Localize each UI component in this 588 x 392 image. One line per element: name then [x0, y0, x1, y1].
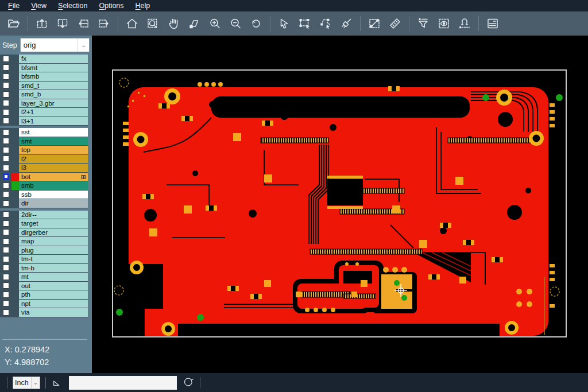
layer-visibility-checkbox[interactable] [3, 200, 9, 207]
layer-color-swatch[interactable] [11, 72, 19, 81]
pcb-canvas[interactable] [92, 36, 588, 373]
layer-visibility-checkbox[interactable] [3, 220, 9, 227]
layer-color-swatch[interactable] [11, 228, 19, 237]
layer-color-swatch[interactable] [11, 308, 19, 317]
matrix-grid-icon[interactable]: ⊞ [81, 173, 86, 181]
layer-color-swatch[interactable] [11, 55, 19, 63]
layer-visibility-checkbox[interactable] [3, 238, 9, 244]
layer-visibility-checkbox[interactable] [3, 82, 9, 88]
select-rectangle-button[interactable] [295, 14, 315, 33]
layer-color-swatch[interactable] [11, 300, 19, 308]
layer-color-swatch[interactable] [11, 99, 19, 108]
layer-color-swatch[interactable] [11, 117, 19, 126]
move-down-button[interactable] [52, 14, 73, 33]
filter-button[interactable] [413, 14, 434, 33]
layer-color-swatch[interactable] [11, 181, 19, 190]
refresh-icon[interactable] [182, 375, 195, 390]
move-left-button[interactable] [73, 14, 94, 33]
layer-visibility-checkbox[interactable] [3, 64, 9, 71]
zoom-previous-button[interactable] [246, 14, 266, 33]
layer-color-swatch[interactable] [11, 64, 19, 72]
zoom-polygon-button[interactable] [184, 14, 204, 33]
layer-color-swatch[interactable] [11, 155, 19, 164]
layer-name[interactable]: tm-t [19, 255, 88, 263]
layer-name[interactable]: ssb [19, 191, 88, 199]
layer-name[interactable]: bot⊞ [19, 173, 88, 181]
layer-visibility-checkbox[interactable] [3, 274, 9, 280]
layer-color-swatch[interactable] [11, 81, 19, 90]
layer-color-swatch[interactable] [11, 219, 19, 228]
layer-color-swatch[interactable] [11, 146, 19, 154]
layer-visibility-checkbox[interactable] [3, 256, 9, 262]
step-select[interactable]: orig ⌄ [20, 38, 90, 52]
layer-name[interactable]: smd_b [19, 90, 88, 99]
layer-color-swatch[interactable] [11, 173, 19, 181]
layer-name[interactable]: l2+1 [19, 108, 88, 117]
layer-visibility-checkbox[interactable] [3, 109, 9, 115]
layer-visibility-checkbox[interactable] [3, 191, 9, 197]
menu-item[interactable]: Options [93, 1, 129, 11]
snap-button[interactable] [454, 14, 475, 33]
layer-color-swatch[interactable] [11, 128, 19, 137]
layer-name[interactable]: fx [19, 55, 88, 63]
layer-visibility-checkbox[interactable] [3, 118, 9, 124]
layer-color-swatch[interactable] [11, 237, 19, 246]
layer-visibility-checkbox[interactable] [3, 265, 9, 271]
layer-color-swatch[interactable] [11, 137, 19, 146]
layer-color-swatch[interactable] [11, 255, 19, 263]
move-up-button[interactable] [32, 14, 52, 33]
layer-name[interactable]: target [19, 219, 88, 228]
layer-name[interactable]: 2dir-- [19, 211, 88, 219]
layer-name[interactable]: bfsmb [19, 72, 88, 81]
corner-measure-icon[interactable] [51, 375, 64, 390]
layer-color-swatch[interactable] [11, 246, 19, 255]
unit-select[interactable]: Inch ⌄ [13, 377, 40, 389]
layer-color-swatch[interactable] [11, 290, 19, 299]
measure-diagonal-button[interactable] [364, 14, 385, 33]
layer-name[interactable]: smb [19, 181, 88, 190]
move-right-button[interactable] [94, 14, 114, 33]
menu-item[interactable]: Help [130, 1, 156, 11]
layer-visibility-checkbox[interactable] [3, 73, 9, 80]
layer-name[interactable]: sst [19, 128, 88, 137]
layer-color-swatch[interactable] [11, 90, 19, 99]
layer-visibility-checkbox[interactable] [3, 156, 9, 162]
layer-color-swatch[interactable] [11, 199, 19, 208]
layer-visibility-checkbox[interactable] [3, 56, 9, 62]
layer-color-swatch[interactable] [11, 191, 19, 199]
layer-color-swatch[interactable] [11, 211, 19, 219]
layer-name[interactable]: layer_3.gbr [19, 99, 88, 108]
layer-name[interactable]: mt [19, 273, 88, 281]
select-button[interactable] [274, 14, 295, 33]
layer-name[interactable]: npt [19, 300, 88, 308]
layer-visibility-checkbox[interactable] [3, 309, 9, 316]
home-view-button[interactable] [122, 14, 142, 33]
layer-visibility-checkbox[interactable] [3, 300, 9, 306]
layer-visibility-checkbox[interactable] [3, 282, 9, 289]
layer-color-swatch[interactable] [11, 264, 19, 273]
menu-item[interactable]: Selection [52, 1, 93, 11]
layer-name[interactable]: l3 [19, 164, 88, 172]
layer-visibility-checkbox[interactable] [3, 138, 9, 144]
layer-name[interactable]: dirgerber [19, 228, 88, 237]
layer-visibility-checkbox[interactable] [3, 165, 9, 171]
report-button[interactable] [482, 14, 503, 33]
layer-visibility-checkbox[interactable] [3, 129, 9, 135]
layer-name[interactable]: bfsmt [19, 64, 88, 72]
layer-visibility-checkbox[interactable] [3, 292, 9, 298]
layer-name[interactable]: l2 [19, 155, 88, 164]
layer-visibility-checkbox[interactable] [3, 247, 9, 253]
command-input[interactable] [69, 376, 177, 390]
layer-name[interactable]: smd_t [19, 81, 88, 90]
layer-visibility-checkbox[interactable] [3, 183, 9, 189]
layer-visibility-checkbox[interactable] [3, 100, 9, 106]
clear-brush-button[interactable] [336, 14, 357, 33]
layer-name[interactable]: smt [19, 137, 88, 146]
layer-visibility-checkbox[interactable] [3, 229, 9, 235]
layer-color-swatch[interactable] [11, 273, 19, 281]
layer-color-swatch[interactable] [11, 282, 19, 290]
layer-name[interactable]: l3+1 [19, 117, 88, 126]
layer-visibility-checkbox[interactable] [3, 173, 9, 180]
select-polygon-button[interactable] [315, 14, 336, 33]
view-options-button[interactable] [434, 14, 454, 33]
